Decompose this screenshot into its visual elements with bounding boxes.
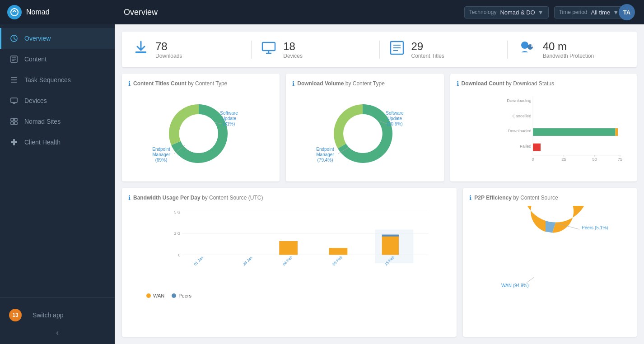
svg-rect-62 <box>533 144 541 151</box>
bandwidth-stat-icon <box>517 40 537 59</box>
svg-text:75: 75 <box>617 157 622 162</box>
stat-bandwidth-value: 40 m <box>543 40 594 53</box>
svg-text:25: 25 <box>561 157 566 162</box>
svg-rect-73 <box>382 235 399 237</box>
stat-divider-1 <box>251 41 252 59</box>
sidebar-item-label-content: Content <box>24 56 47 63</box>
technology-value: Nomad & DO <box>500 9 535 16</box>
time-period-dropdown[interactable]: Time period All time ▼ <box>554 6 624 19</box>
svg-text:09 Feb: 09 Feb <box>331 255 343 267</box>
technology-dropdown[interactable]: Technology Nomad & DO ▼ <box>464 6 549 19</box>
stat-content-titles-value: 29 <box>411 40 444 53</box>
svg-text:(69%): (69%) <box>155 158 167 163</box>
switch-app-label: Switch app <box>33 311 63 319</box>
p2p-efficiency-chart: ℹ P2P Efficiency by Content Source <box>463 188 637 337</box>
sidebar-header: Nomad <box>0 0 115 24</box>
sidebar: Nomad Overview Content <box>0 0 115 344</box>
svg-rect-61 <box>615 128 618 136</box>
stat-devices-label: Devices <box>283 53 303 59</box>
svg-rect-70 <box>329 248 348 255</box>
download-count-chart: ℹ Download Count by Download Status Down… <box>450 74 637 181</box>
legend-peers-label: Peers <box>178 293 191 298</box>
legend-peers: Peers <box>172 293 191 298</box>
info-icon-1: ℹ <box>128 80 131 87</box>
download-count-chart-title: ℹ Download Count by Download Status <box>457 80 631 87</box>
dashboard-content: 78 Downloads 18 Devices <box>115 24 644 344</box>
info-icon-4: ℹ <box>128 194 131 201</box>
switch-app-icon: 13 <box>9 309 22 321</box>
sidebar-item-client-health[interactable]: Client Health <box>0 132 115 153</box>
sidebar-item-overview[interactable]: Overview <box>0 28 115 49</box>
svg-text:0: 0 <box>178 253 181 257</box>
sidebar-item-task-sequences[interactable]: Task Sequences <box>0 70 115 90</box>
sidebar-item-content[interactable]: Content <box>0 49 115 70</box>
switch-app-button[interactable]: 13 Switch app <box>9 305 106 325</box>
svg-text:WAN (94.9%): WAN (94.9%) <box>501 283 529 288</box>
download-volume-chart-title: ℹ Download Volume by Content Type <box>292 80 437 87</box>
svg-rect-19 <box>262 42 275 51</box>
svg-point-0 <box>11 9 18 16</box>
svg-text:Endpoint: Endpoint <box>152 147 170 152</box>
time-period-label: Time period <box>559 9 588 15</box>
downloads-icon <box>133 40 149 59</box>
stat-downloads-value: 78 <box>155 40 182 53</box>
content-titles-donut-svg: Endpoint Manager (69%) Software Update (… <box>151 93 251 172</box>
sidebar-item-nomad-sites[interactable]: Nomad Sites <box>0 111 115 132</box>
sidebar-nav: Overview Content Task Sequences <box>0 24 115 298</box>
stat-devices-text: 18 Devices <box>283 40 303 59</box>
charts-row-2: ℹ Bandwidth Usage Per Day by Content Sou… <box>122 188 637 337</box>
download-count-bar-svg: Downloading Cancelled Downloaded Failed <box>493 96 631 162</box>
overview-icon <box>9 33 19 43</box>
svg-text:Manager: Manager <box>152 152 170 157</box>
technology-label: Technology <box>469 9 497 15</box>
legend-peers-dot <box>172 293 176 298</box>
stat-content-titles-label: Content Titles <box>411 53 444 59</box>
p2p-donut-svg: Peers (5.1%) WAN (94.9%) <box>491 206 609 294</box>
sidebar-item-label-client-health: Client Health <box>24 139 61 146</box>
stat-downloads-label: Downloads <box>155 53 182 59</box>
svg-rect-15 <box>14 122 17 125</box>
p2p-chart-title: ℹ P2P Efficiency by Content Source <box>469 194 630 201</box>
svg-point-29 <box>179 114 218 153</box>
bandwidth-bar-svg: 5 G 2 G 0 <box>146 208 450 271</box>
svg-text:01 Jan: 01 Jan <box>193 255 204 266</box>
stat-bandwidth: 40 m Bandwidth Protection <box>517 40 626 59</box>
nomad-sites-icon <box>9 116 19 126</box>
p2p-title: P2P Efficiency by Content Source <box>474 195 558 201</box>
collapse-icon: ‹ <box>56 329 58 337</box>
collapse-sidebar-button[interactable]: ‹ <box>9 329 106 337</box>
stat-content-titles-text: 29 Content Titles <box>411 40 444 59</box>
stats-bar: 78 Downloads 18 Devices <box>122 32 637 67</box>
topbar-controls: Technology Nomad & DO ▼ Time period All … <box>464 6 635 19</box>
client-health-icon <box>9 137 19 147</box>
svg-point-26 <box>521 42 528 49</box>
stat-bandwidth-label: Bandwidth Protection <box>543 53 594 59</box>
svg-text:Downloaded: Downloaded <box>508 129 531 133</box>
bandwidth-title: Bandwidth Usage Per Day by Content Sourc… <box>133 195 263 201</box>
svg-text:(20.6%): (20.6%) <box>387 121 402 126</box>
sidebar-item-devices[interactable]: Devices <box>0 90 115 111</box>
svg-point-28 <box>531 45 533 47</box>
bandwidth-chart: ℹ Bandwidth Usage Per Day by Content Sou… <box>122 188 457 337</box>
technology-dropdown-arrow: ▼ <box>538 9 544 16</box>
stat-devices: 18 Devices <box>261 40 370 59</box>
time-period-dropdown-arrow: ▼ <box>613 9 619 16</box>
svg-rect-12 <box>11 118 14 121</box>
info-icon-5: ℹ <box>469 194 471 201</box>
bandwidth-legend: WAN Peers <box>146 293 450 298</box>
content-icon <box>9 54 19 64</box>
svg-text:50: 50 <box>592 157 597 162</box>
legend-wan-label: WAN <box>153 293 164 298</box>
page-title: Overview <box>124 8 158 17</box>
svg-text:(79.4%): (79.4%) <box>317 158 333 163</box>
svg-rect-72 <box>382 236 399 255</box>
download-volume-chart: ℹ Download Volume by Content Type <box>286 74 443 181</box>
download-volume-title: Download Volume by Content Type <box>297 80 385 87</box>
svg-text:Software: Software <box>386 111 404 116</box>
content-titles-chart-title: ℹ Content Titles Count by Content Type <box>128 80 273 87</box>
sidebar-item-label-nomad-sites: Nomad Sites <box>24 118 61 125</box>
svg-line-83 <box>527 277 534 283</box>
svg-text:Update: Update <box>387 116 402 121</box>
svg-rect-60 <box>533 128 615 136</box>
sidebar-item-label-overview: Overview <box>24 35 51 42</box>
